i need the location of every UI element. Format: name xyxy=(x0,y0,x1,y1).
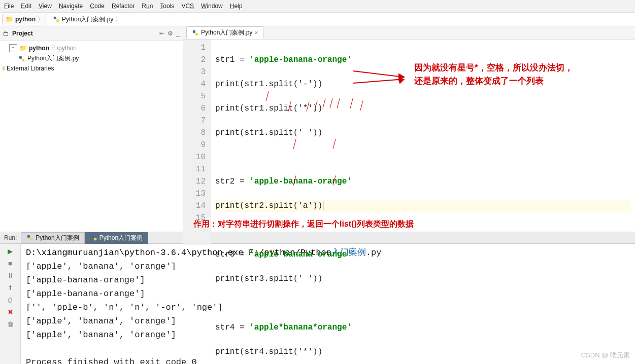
chevron-right-icon: 〉 xyxy=(38,15,44,24)
collapse-icon[interactable]: ⇤ xyxy=(159,30,164,37)
project-tree: − 📁 python F:\python Python入门案例.py ⫴ Ext… xyxy=(0,41,183,75)
svg-line-6 xyxy=(353,71,404,77)
annotation-text-1: 因为就没有星号*，空格，所以没办法切， xyxy=(414,62,573,74)
svg-rect-3 xyxy=(22,59,24,61)
run-label: Run: xyxy=(0,234,21,241)
svg-marker-9 xyxy=(398,79,404,83)
line-gutter: 123456789101112131415 xyxy=(183,40,211,245)
menu-help[interactable]: Help xyxy=(230,3,243,10)
project-panel-title: Project xyxy=(12,30,33,37)
menu-bar: File Edit View Navigate Code Refactor Ru… xyxy=(0,0,635,13)
python-file-icon xyxy=(26,234,34,241)
gear-icon[interactable]: ⚙ xyxy=(168,30,173,37)
trash-icon[interactable]: 🗑 xyxy=(6,320,14,328)
menu-run[interactable]: Run xyxy=(142,3,153,10)
menu-edit[interactable]: Edit xyxy=(21,3,31,10)
pause-icon[interactable]: ⏸ xyxy=(6,271,14,279)
annotation-text-2: 还是原来的，整体变成了一个列表 xyxy=(414,75,544,87)
svg-rect-5 xyxy=(195,33,198,35)
tree-external-libs[interactable]: ⫴ External Libraries xyxy=(0,64,183,73)
chevron-right-icon: 〉 xyxy=(115,15,121,24)
tree-external-label: External Libraries xyxy=(7,65,54,72)
python-file-icon xyxy=(90,234,97,241)
tree-file-label: Python入门案例.py xyxy=(27,54,79,63)
text-cursor xyxy=(323,201,323,210)
menu-vcs[interactable]: VCS xyxy=(181,3,194,10)
editor-tab-label: Python入门案例.py xyxy=(201,28,252,37)
watermark: CSDN @ 唯元素 xyxy=(581,351,630,360)
tree-root[interactable]: − 📁 python F:\python xyxy=(0,43,183,53)
menu-code[interactable]: Code xyxy=(90,3,105,10)
project-panel-header: 🗀 Project ⇤ ⚙ ⎯ xyxy=(0,26,183,41)
code-body[interactable]: str1 = 'apple-banana-orange' print(str1.… xyxy=(211,40,635,245)
svg-line-8 xyxy=(353,79,404,83)
python-file-icon xyxy=(18,55,25,62)
crumb-file-label: Python入门案例.py xyxy=(62,15,113,24)
svg-rect-0 xyxy=(54,17,56,19)
hide-icon[interactable]: ⎯ xyxy=(176,30,180,37)
crumb-project-label: python xyxy=(15,16,36,23)
rerun-icon[interactable]: ▶ xyxy=(6,247,14,255)
close-icon[interactable]: ✖ xyxy=(6,308,14,316)
stop-icon[interactable]: ■ xyxy=(6,259,14,267)
annotation-arrow xyxy=(353,79,409,99)
expand-icon[interactable]: − xyxy=(9,44,17,52)
menu-refactor[interactable]: Refactor xyxy=(112,3,135,10)
svg-rect-11 xyxy=(30,238,32,240)
library-icon: ⫴ xyxy=(2,65,5,72)
menu-window[interactable]: Window xyxy=(201,3,223,10)
python-file-icon xyxy=(53,16,60,23)
run-tab-2[interactable]: Python入门案例 xyxy=(85,232,148,244)
breadcrumb-bar: 📁 python 〉 Python入门案例.py 〉 xyxy=(0,13,635,26)
folder-icon: 📁 xyxy=(6,16,13,23)
menu-tools[interactable]: Tools xyxy=(160,3,174,10)
up-icon[interactable]: ⬆ xyxy=(6,283,14,292)
tree-file[interactable]: Python入门案例.py xyxy=(0,53,183,64)
svg-rect-12 xyxy=(91,235,93,238)
project-panel: 🗀 Project ⇤ ⚙ ⎯ − 📁 python F:\python Pyt… xyxy=(0,26,183,232)
project-icon: 🗀 xyxy=(3,30,9,37)
annotation-bottom: 作用：对字符串进行切割操作，返回一个list()列表类型的数据 xyxy=(193,219,414,230)
python-file-icon xyxy=(192,29,199,37)
menu-file[interactable]: File xyxy=(4,3,14,10)
close-icon[interactable]: × xyxy=(254,29,258,37)
tree-root-name: python xyxy=(29,45,49,52)
code-editor[interactable]: 123456789101112131415 str1 = 'apple-bana… xyxy=(183,40,635,245)
menu-view[interactable]: View xyxy=(39,3,52,10)
svg-rect-1 xyxy=(56,19,59,22)
run-tab-1[interactable]: Python入门案例 xyxy=(21,232,84,244)
svg-rect-2 xyxy=(19,56,22,58)
editor-area: Python入门案例.py × 123456789101112131415 st… xyxy=(183,26,635,232)
run-toolbar: ▶ ■ ⏸ ⬆ ⎙ ✖ 🗑 xyxy=(0,244,21,364)
editor-tab-row: Python入门案例.py × xyxy=(183,26,635,40)
menu-navigate[interactable]: Navigate xyxy=(59,3,83,10)
crumb-file[interactable]: Python入门案例.py 〉 xyxy=(49,14,125,25)
svg-rect-13 xyxy=(94,238,96,240)
svg-rect-10 xyxy=(27,235,30,238)
folder-icon: 📁 xyxy=(19,45,27,52)
editor-tab[interactable]: Python入门案例.py × xyxy=(186,26,263,39)
tree-root-path: F:\python xyxy=(51,45,77,52)
svg-rect-4 xyxy=(193,30,195,32)
export-icon[interactable]: ⎙ xyxy=(6,296,14,304)
crumb-project[interactable]: 📁 python 〉 xyxy=(2,14,47,25)
